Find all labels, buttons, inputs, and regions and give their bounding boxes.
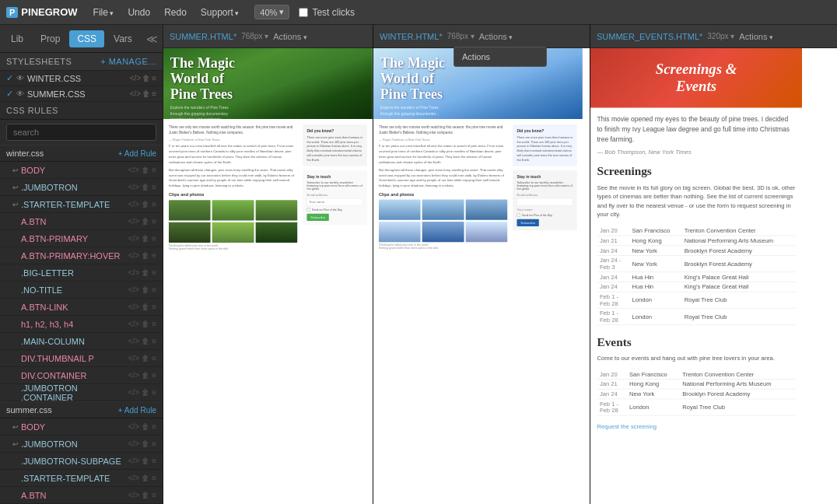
rule-name[interactable]: A.BTN-PRIMARY:HOVER <box>21 251 126 261</box>
rule-name[interactable]: .JUMBOTRON .CONTAINER <box>21 383 126 402</box>
rule-name[interactable]: .STARTER-TEMPLATE <box>21 200 126 209</box>
collapse-panel-button[interactable]: ≪ <box>142 31 163 47</box>
rule-name[interactable]: A.BTN-LINK <box>21 303 126 312</box>
summer-subscribe-button[interactable]: Subscribe <box>306 214 328 221</box>
rule-menu-icon[interactable]: ≡ <box>152 268 156 277</box>
menu-redo[interactable]: Redo <box>158 5 193 20</box>
events-resolution[interactable]: 320px ▾ <box>707 32 734 40</box>
summer-eye-icon[interactable]: 👁 <box>16 89 24 98</box>
rule-code-icon[interactable]: </> <box>128 491 139 499</box>
rule-menu-icon[interactable]: ≡ <box>152 303 156 311</box>
rule-delete-icon[interactable]: 🗑 <box>142 354 149 362</box>
rule-delete-icon[interactable]: 🗑 <box>142 388 149 397</box>
zoom-selector[interactable]: 40% ▾ <box>254 5 289 19</box>
rule-delete-icon[interactable]: 🗑 <box>142 200 149 208</box>
rule-menu-icon[interactable]: ≡ <box>152 457 156 465</box>
rule-menu-icon[interactable]: ≡ <box>152 388 156 397</box>
rule-code-icon[interactable]: </> <box>128 439 139 448</box>
rule-menu-icon[interactable]: ≡ <box>152 474 156 482</box>
rule-code-icon[interactable]: </> <box>128 285 139 294</box>
rule-delete-icon[interactable]: 🗑 <box>142 268 149 277</box>
rule-code-icon[interactable]: </> <box>128 474 139 482</box>
rule-delete-icon[interactable]: 🗑 <box>142 474 149 482</box>
summer-css-code-icon[interactable]: </> <box>130 89 141 98</box>
events-actions-button[interactable]: Actions <box>739 32 773 41</box>
rule-name[interactable]: A.BTN <box>21 217 126 226</box>
winter-css-menu-icon[interactable]: ≡ <box>152 74 156 82</box>
rule-menu-icon[interactable]: ≡ <box>152 320 156 328</box>
events-filename[interactable]: SUMMER_EVENTS.HTML* <box>597 32 702 41</box>
manage-button[interactable]: + Manage... <box>100 57 156 66</box>
rule-menu-icon[interactable]: ≡ <box>152 234 156 243</box>
rule-code-icon[interactable]: </> <box>128 217 139 226</box>
summer-css-menu-icon[interactable]: ≡ <box>152 89 156 98</box>
rule-menu-icon[interactable]: ≡ <box>152 217 156 226</box>
rule-menu-icon[interactable]: ≡ <box>152 200 156 208</box>
rule-menu-icon[interactable]: ≡ <box>152 337 156 345</box>
summer-actions-button[interactable]: Actions <box>273 32 307 41</box>
rule-name[interactable]: .MAIN-COLUMN <box>21 337 126 346</box>
summer-newsletter-checkbox[interactable] <box>306 208 310 212</box>
rule-code-icon[interactable]: </> <box>128 166 139 174</box>
rule-delete-icon[interactable]: 🗑 <box>142 285 149 294</box>
winter-checkbox[interactable]: ✓ <box>6 73 13 83</box>
winter-eye-icon[interactable]: 👁 <box>16 74 24 82</box>
test-clicks-toggle[interactable]: Test clicks <box>299 7 355 18</box>
rule-code-icon[interactable]: </> <box>128 234 139 243</box>
tab-prop[interactable]: Prop <box>33 30 68 47</box>
rule-code-icon[interactable]: </> <box>128 388 139 397</box>
rule-menu-icon[interactable]: ≡ <box>152 251 156 260</box>
rule-code-icon[interactable]: </> <box>128 303 139 311</box>
rule-delete-icon[interactable]: 🗑 <box>142 166 149 174</box>
rule-menu-icon[interactable]: ≡ <box>152 491 156 499</box>
rule-code-icon[interactable]: </> <box>128 251 139 260</box>
rule-name[interactable]: DIV.THUMBNAIL P <box>21 354 126 363</box>
rule-delete-icon[interactable]: 🗑 <box>142 320 149 328</box>
rule-delete-icon[interactable]: 🗑 <box>142 439 149 448</box>
winter-subscribe-button[interactable]: Subscribe <box>517 219 538 226</box>
rule-name[interactable]: .JUMBOTRON-SUBPAGE <box>21 457 126 466</box>
rule-name[interactable]: A.BTN-PRIMARY <box>21 234 126 243</box>
summer-email-input[interactable] <box>306 198 362 206</box>
winter-add-rule-button[interactable]: + Add Rule <box>118 149 156 158</box>
rule-name[interactable]: .JUMBOTRON <box>21 183 126 192</box>
rule-delete-icon[interactable]: 🗑 <box>142 491 149 499</box>
rule-delete-icon[interactable]: 🗑 <box>142 371 149 380</box>
menu-file[interactable]: File <box>87 5 121 20</box>
rule-name[interactable]: .JUMBOTRON <box>21 439 126 449</box>
winter-resolution[interactable]: 768px ▾ <box>447 32 475 40</box>
rule-menu-icon[interactable]: ≡ <box>152 285 156 294</box>
rule-name[interactable]: h1, h2, h3, h4 <box>21 320 126 329</box>
menu-undo[interactable]: Undo <box>121 5 156 20</box>
winter-email-input[interactable] <box>517 198 573 206</box>
rule-name[interactable]: A.BTN <box>21 491 126 500</box>
rule-name[interactable]: .NO-TITLE <box>21 285 126 295</box>
rule-code-icon[interactable]: </> <box>128 371 139 380</box>
rule-name[interactable]: .STARTER-TEMPLATE <box>21 474 126 483</box>
rule-code-icon[interactable]: </> <box>128 457 139 465</box>
summer-css-delete-icon[interactable]: 🗑 <box>142 89 150 98</box>
rule-menu-icon[interactable]: ≡ <box>152 422 156 431</box>
winter-filename[interactable]: WINTER.HTML* <box>380 32 443 41</box>
rule-menu-icon[interactable]: ≡ <box>152 354 156 362</box>
rule-code-icon[interactable]: </> <box>128 268 139 277</box>
rule-code-icon[interactable]: </> <box>128 337 139 345</box>
rule-menu-icon[interactable]: ≡ <box>152 183 156 191</box>
rule-name[interactable]: BODY <box>21 166 126 175</box>
rule-menu-icon[interactable]: ≡ <box>152 439 156 448</box>
search-input[interactable] <box>6 124 156 141</box>
rule-menu-icon[interactable]: ≡ <box>152 371 156 380</box>
request-screening-link[interactable]: Request the screening <box>597 422 796 431</box>
rule-delete-icon[interactable]: 🗑 <box>142 234 149 243</box>
rule-name[interactable]: DIV.CONTAINER <box>21 371 126 380</box>
summer-add-rule-button[interactable]: + Add Rule <box>118 406 156 415</box>
rule-code-icon[interactable]: </> <box>128 200 139 208</box>
winter-newsletter-checkbox[interactable] <box>517 213 520 217</box>
tab-lib[interactable]: Lib <box>3 30 31 47</box>
tab-vars[interactable]: Vars <box>106 30 140 47</box>
summer-filename[interactable]: SUMMER.HTML* <box>170 32 236 41</box>
rule-code-icon[interactable]: </> <box>128 422 139 431</box>
rule-code-icon[interactable]: </> <box>128 183 139 191</box>
winter-css-delete-icon[interactable]: 🗑 <box>142 74 150 82</box>
rule-code-icon[interactable]: </> <box>128 320 139 328</box>
